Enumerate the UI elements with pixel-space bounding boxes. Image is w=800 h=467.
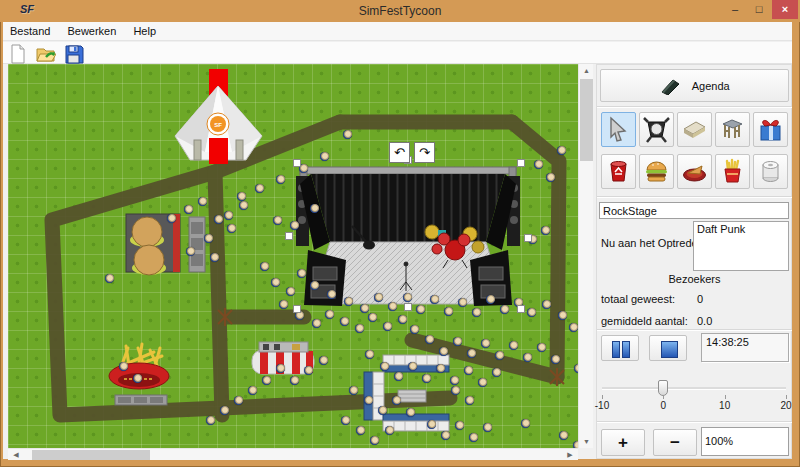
selection-handle-layer: [8, 64, 578, 448]
scroll-right-icon[interactable]: ▶: [565, 451, 575, 459]
window-title: SimFestTycoon: [0, 4, 800, 18]
separator: [597, 106, 792, 108]
zoom-out-button[interactable]: −: [653, 429, 697, 456]
agenda-label: Agenda: [692, 80, 730, 92]
tool-spotlight-button[interactable]: [639, 112, 674, 147]
slider-tick-label: 10: [719, 400, 730, 411]
stop-button[interactable]: [649, 335, 687, 361]
slider-tick: [725, 395, 726, 399]
maximize-button[interactable]: □: [748, 0, 770, 19]
rotate-right-button[interactable]: ↷: [414, 142, 435, 163]
menu-help[interactable]: Help: [126, 22, 163, 37]
speed-slider-thumb[interactable]: [658, 380, 668, 396]
selection-handle[interactable]: [517, 159, 525, 167]
zoom-level-field: 100%: [701, 427, 789, 456]
average-visitors-value: 0.0: [697, 315, 712, 327]
total-visitors-value: 0: [697, 293, 703, 305]
menu-bewerken[interactable]: Bewerken: [60, 22, 123, 37]
vertical-scroll-thumb[interactable]: [580, 79, 593, 161]
tool-tent-frame-button[interactable]: [715, 112, 750, 147]
close-button[interactable]: ×: [772, 0, 798, 19]
client-area: Bestand Bewerken Help: [3, 22, 792, 459]
tool-trash-bin-button[interactable]: [601, 154, 636, 189]
horizontal-scrollbar[interactable]: ◀ ▶: [8, 448, 578, 460]
separator: [597, 329, 792, 331]
selection-handle[interactable]: [293, 305, 301, 313]
tool-stage-platform-button[interactable]: [677, 112, 712, 147]
selection-handle[interactable]: [517, 305, 525, 313]
tool-food-plate-button[interactable]: [677, 154, 712, 189]
menu-bestand[interactable]: Bestand: [3, 22, 57, 37]
now-performing-list[interactable]: Daft Punk: [693, 221, 789, 271]
minimize-button[interactable]: –: [724, 0, 746, 19]
toolbar: [3, 42, 792, 64]
tool-hamburger-button[interactable]: [639, 154, 674, 189]
pause-button[interactable]: [601, 335, 639, 361]
clock-field: 14:38:25: [701, 333, 789, 362]
festival-map[interactable]: SF: [8, 64, 578, 448]
separator: [597, 421, 792, 423]
slider-tick-label: -10: [595, 400, 609, 411]
tool-cursor-button[interactable]: [601, 112, 636, 147]
menu-bar: Bestand Bewerken Help: [3, 22, 792, 41]
separator: [597, 196, 792, 198]
scroll-left-icon[interactable]: ◀: [11, 451, 21, 459]
now-performing-label: Nu aan het Optreden:: [601, 237, 707, 249]
slider-tick: [786, 395, 787, 399]
selection-handle[interactable]: [524, 234, 532, 242]
slider-tick: [602, 395, 603, 399]
tool-fries-button[interactable]: [715, 154, 750, 189]
open-file-icon[interactable]: [35, 43, 59, 63]
scroll-down-icon[interactable]: ▼: [579, 438, 594, 445]
horizontal-scroll-thumb[interactable]: [32, 450, 150, 460]
tool-toilet-paper-button[interactable]: [753, 154, 788, 189]
selection-handle[interactable]: [293, 159, 301, 167]
agenda-button[interactable]: Agenda: [600, 69, 789, 102]
agenda-book-icon: [659, 79, 681, 95]
slider-tick: [663, 395, 664, 399]
zoom-in-button[interactable]: +: [601, 429, 645, 456]
selection-handle[interactable]: [404, 303, 412, 311]
total-visitors-label: totaal geweest:: [601, 293, 675, 305]
control-panel: Agenda: [596, 64, 792, 459]
scroll-up-icon[interactable]: ▲: [579, 67, 594, 74]
title-bar[interactable]: SF SimFestTycoon – □ ×: [0, 0, 800, 22]
vertical-scrollbar[interactable]: ▲ ▼: [578, 64, 593, 448]
slider-tick-label: 20: [780, 400, 791, 411]
tool-gift-button[interactable]: [753, 112, 788, 147]
average-visitors-label: gemiddeld aantal:: [601, 315, 688, 327]
visitors-header: Bezoekers: [597, 273, 792, 285]
list-item[interactable]: Daft Punk: [697, 223, 785, 235]
speed-slider[interactable]: -1001020: [602, 387, 786, 390]
new-file-icon[interactable]: [7, 43, 31, 63]
stage-name-input[interactable]: [599, 202, 789, 219]
save-file-icon[interactable]: [63, 43, 87, 63]
slider-tick-label: 0: [661, 400, 667, 411]
rotate-left-button[interactable]: ↶: [389, 142, 410, 163]
app-window: SF SimFestTycoon – □ × Bestand Bewerken …: [0, 0, 800, 467]
selection-handle[interactable]: [285, 232, 293, 240]
